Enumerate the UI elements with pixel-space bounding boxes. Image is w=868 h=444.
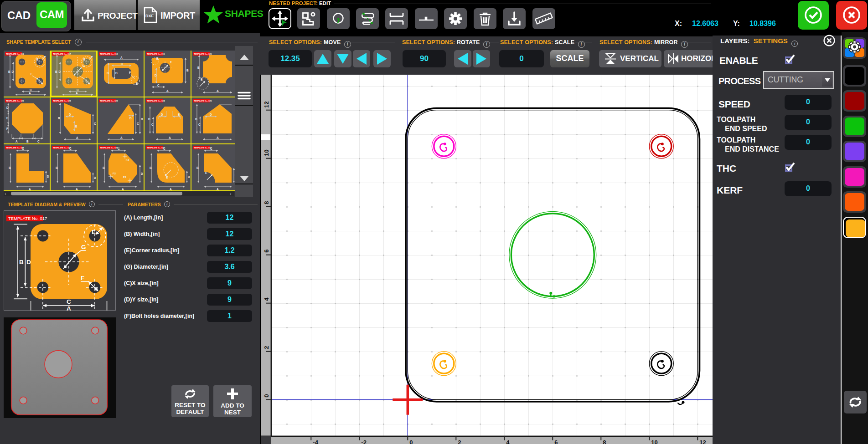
svg-text:C: C [198,123,201,126]
svg-text:D: D [210,113,212,116]
svg-text:E: E [201,78,203,81]
svg-text:B: B [9,166,11,169]
svg-text:-2: -2 [361,439,367,444]
svg-text:2: 2 [458,439,461,444]
svg-text:TEMPLATE No. 027: TEMPLATE No. 027 [53,147,71,149]
svg-text:TEMPLATE No. 029: TEMPLATE No. 029 [147,147,165,149]
svg-text:A: A [76,92,78,95]
svg-text:TEMPLATE No. 030: TEMPLATE No. 030 [194,147,212,149]
svg-text:TEMPLATE No. 028: TEMPLATE No. 028 [100,147,118,149]
svg-text:A: A [120,56,123,59]
svg-text:C: C [69,147,72,150]
svg-text:B: B [19,259,24,265]
svg-text:F: F [170,61,172,64]
svg-text:B: B [148,117,150,121]
svg-text:E: E [36,58,39,61]
svg-text:B: B [55,70,57,73]
svg-text:A: A [217,89,219,92]
svg-text:C: C [22,147,24,150]
svg-text:B: B [56,166,58,169]
svg-text:6: 6 [263,249,270,252]
svg-text:12: 12 [699,439,706,444]
svg-text:TEMPLATE No. 023: TEMPLATE No. 023 [100,100,118,102]
svg-text:A: A [16,140,18,143]
svg-text:10: 10 [263,149,270,156]
svg-text:E: E [166,176,168,179]
svg-text:B: B [26,140,29,143]
svg-text:A: A [120,136,123,139]
svg-text:C: C [94,122,96,125]
svg-text:D: D [115,71,118,75]
svg-text:A: A [67,305,71,311]
svg-text:0: 0 [409,439,413,444]
svg-text:D: D [69,113,71,116]
svg-text:F: F [81,275,84,281]
svg-text:12: 12 [263,101,270,107]
svg-text:D: D [188,175,190,179]
svg-text:-4: -4 [313,439,318,444]
svg-text:C: C [151,123,154,126]
svg-text:C: C [67,298,71,305]
svg-text:E: E [83,58,86,61]
svg-text:C: C [157,84,160,87]
svg-text:B: B [107,71,109,75]
svg-text:A: A [166,89,169,92]
svg-text:TEMPLATE No. 022: TEMPLATE No. 022 [53,100,71,102]
svg-text:C: C [137,122,139,125]
svg-text:A: A [76,136,78,139]
svg-text:C: C [37,140,40,143]
svg-text:B: B [103,166,105,169]
svg-text:C: C [77,88,79,92]
svg-text:B: B [196,166,199,169]
svg-text:C: C [163,147,165,150]
svg-text:6: 6 [554,439,558,444]
svg-text:G: G [83,64,85,67]
svg-text:A: A [29,92,31,95]
svg-text:B: B [8,70,10,73]
svg-text:E: E [178,113,180,116]
svg-text:D: D [161,113,163,116]
svg-text:D: D [94,176,96,179]
svg-text:A: A [169,136,171,139]
svg-text:B: B [197,66,200,69]
svg-text:G: G [81,244,86,250]
svg-text:F: F [129,71,131,74]
svg-text:F2: F2 [113,172,116,175]
svg-text:D: D [47,175,49,178]
svg-text:8: 8 [263,201,270,204]
svg-text:8: 8 [603,439,606,444]
svg-text:TEMPLATE No. 024: TEMPLATE No. 024 [147,100,165,102]
svg-text:DXF: DXF [145,14,154,18]
svg-text:4: 4 [506,439,510,444]
svg-text:E: E [205,171,207,174]
svg-text:0: 0 [263,394,270,397]
svg-text:F: F [6,127,8,130]
svg-text:F1: F1 [123,176,127,179]
svg-text:E: E [136,82,138,85]
svg-text:TEMPLATE No. 026: TEMPLATE No. 026 [6,147,24,149]
svg-text:D: D [59,70,61,73]
svg-text:C: C [30,88,32,92]
svg-text:TEMPLATE No. 020: TEMPLATE No. 020 [194,53,212,55]
svg-text:B: B [195,117,197,121]
svg-text:D: D [6,106,9,109]
svg-text:D: D [129,117,132,120]
svg-text:C: C [118,147,120,150]
svg-text:D: D [12,70,14,73]
svg-text:E: E [6,117,9,120]
svg-text:TEMPLATE No. 018: TEMPLATE No. 018 [100,53,118,55]
svg-text:C: C [210,147,212,150]
svg-text:D: D [155,74,157,77]
svg-text:A: A [217,136,219,139]
svg-text:F: F [31,72,32,76]
svg-text:E: E [156,57,159,60]
svg-text:D: D [141,172,143,175]
svg-text:B: B [141,117,143,121]
svg-text:F: F [78,72,79,76]
svg-text:TEMPLATE No. 017: TEMPLATE No. 017 [8,216,47,221]
svg-text:B: B [186,69,189,72]
svg-text:F3: F3 [126,158,129,161]
svg-text:4: 4 [263,297,270,301]
svg-text:TEMPLATE No. 019: TEMPLATE No. 019 [147,53,165,55]
svg-text:10: 10 [651,439,657,444]
